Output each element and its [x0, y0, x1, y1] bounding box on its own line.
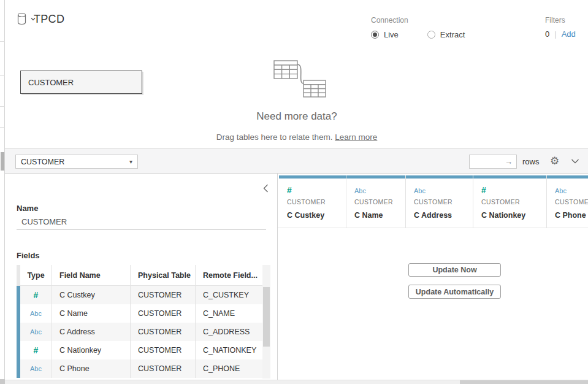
- extract-radio-label[interactable]: Extract: [440, 30, 465, 39]
- field-row-c-custkey[interactable]: #C CustkeyCUSTOMERC_CUSTKEY: [17, 286, 262, 304]
- grid-column-c-custkey[interactable]: #CUSTOMERC Custkey: [279, 175, 346, 228]
- lower-section: Name CUSTOMER Fields TypeField NamePhysi…: [6, 174, 588, 380]
- grid-column-c-name[interactable]: AbcCUSTOMERC Name: [346, 175, 406, 228]
- fields-table-header-row: TypeField NamePhysical TableRemote Field…: [17, 265, 262, 286]
- string-type-icon: Abc: [30, 328, 42, 336]
- string-type-icon: Abc: [30, 310, 42, 317]
- fields-table-scrollbar[interactable]: [262, 265, 270, 378]
- field-name-cell: C Custkey: [52, 286, 131, 304]
- horizontal-scrollbar-thumb[interactable]: [460, 380, 588, 384]
- tableau-datasource-page: TPCD Connection Live Extract Filters 0 |…: [0, 0, 588, 384]
- physical-table-cell: CUSTOMER: [131, 323, 196, 341]
- fields-column-header[interactable]: Type: [17, 265, 52, 286]
- update-automatically-button[interactable]: Update Automatically: [408, 285, 501, 299]
- field-type-cell[interactable]: #: [17, 341, 52, 359]
- field-name-cell: C Phone: [52, 359, 131, 378]
- grid-column-c-address[interactable]: AbcCUSTOMERC Address: [406, 175, 473, 228]
- update-now-button[interactable]: Update Now: [408, 263, 501, 277]
- database-icon: [17, 12, 28, 26]
- datagrid-toolbar: CUSTOMER ▾ → rows ⚙: [0, 148, 588, 174]
- datasource-header: TPCD Connection Live Extract Filters 0 |…: [6, 0, 588, 54]
- physical-table-cell: CUSTOMER: [131, 341, 196, 359]
- drag-tables-hint: Drag tables here to relate them. Learn m…: [6, 132, 588, 142]
- field-name-cell: C Nationkey: [52, 341, 131, 359]
- physical-table-cell: CUSTOMER: [131, 359, 196, 378]
- field-type-cell[interactable]: #: [17, 286, 52, 304]
- gear-icon[interactable]: ⚙: [550, 155, 559, 168]
- arrow-right-icon: →: [505, 157, 513, 166]
- string-type-icon: Abc: [30, 365, 42, 372]
- rows-count-input[interactable]: →: [469, 155, 517, 169]
- collapsed-left-pane[interactable]: [0, 0, 5, 384]
- field-name-cell: C Name: [52, 304, 131, 323]
- column-table-name: CUSTOMER: [481, 198, 520, 205]
- filters-separator: |: [554, 29, 556, 39]
- column-accent-bar: [406, 175, 473, 179]
- remote-field-cell: C_NAME: [196, 304, 262, 323]
- input-underline: [17, 229, 266, 230]
- column-accent-bar: [346, 175, 405, 179]
- field-row-c-address[interactable]: AbcC AddressCUSTOMERC_ADDRESS: [17, 323, 262, 341]
- physical-table-cell: CUSTOMER: [131, 286, 196, 304]
- table-name-input[interactable]: CUSTOMER: [21, 217, 67, 226]
- table-details-panel: Name CUSTOMER Fields TypeField NamePhysi…: [6, 174, 277, 380]
- number-type-icon: #: [34, 290, 39, 300]
- column-table-name: CUSTOMER: [555, 198, 588, 205]
- column-field-name: C Nationkey: [481, 211, 525, 220]
- extract-radio[interactable]: [427, 31, 435, 39]
- remote-field-cell: C_CUSTKEY: [196, 286, 262, 304]
- field-name-cell: C Address: [52, 323, 131, 341]
- fields-column-header[interactable]: Field Name: [52, 265, 131, 286]
- collapse-grid-chevron-icon[interactable]: [571, 159, 579, 164]
- fields-label: Fields: [17, 251, 40, 260]
- filters-add-link[interactable]: Add: [562, 29, 576, 39]
- fields-scrollbar-thumb[interactable]: [263, 287, 270, 347]
- customer-table-node[interactable]: CUSTOMER: [20, 71, 142, 94]
- gutter-scroll-thumb[interactable]: [1, 152, 4, 171]
- grid-header-border: [278, 228, 588, 228]
- column-accent-bar: [547, 175, 588, 179]
- column-field-name: C Phone: [555, 211, 586, 220]
- fields-column-header[interactable]: Physical Table: [131, 265, 196, 286]
- gutter-divider: [0, 106, 5, 107]
- datasource-menu-button[interactable]: [17, 12, 36, 26]
- fields-table: TypeField NamePhysical TableRemote Field…: [17, 265, 262, 378]
- dropdown-caret-icon: ▾: [129, 158, 132, 165]
- column-field-name: C Name: [354, 211, 383, 220]
- field-row-c-nationkey[interactable]: #C NationkeyCUSTOMERC_NATIONKEY: [17, 341, 262, 359]
- field-type-cell[interactable]: Abc: [17, 323, 52, 341]
- relationship-canvas[interactable]: CUSTOMER Need more data? Drag tables: [6, 54, 588, 148]
- filters-count: 0: [545, 29, 549, 39]
- field-type-cell[interactable]: Abc: [17, 304, 52, 323]
- gutter-divider: [0, 75, 5, 76]
- physical-table-cell: CUSTOMER: [131, 304, 196, 323]
- number-type-icon: #: [481, 185, 486, 195]
- remote-field-cell: C_PHONE: [196, 359, 262, 378]
- number-type-icon: #: [34, 345, 39, 355]
- name-label: Name: [17, 204, 38, 213]
- scrollbar-corner: [0, 379, 5, 384]
- fields-column-header[interactable]: Remote Field...: [196, 265, 262, 286]
- tables-relation-illustration: [267, 58, 328, 101]
- field-type-cell[interactable]: Abc: [17, 359, 52, 378]
- data-preview-grid: #CUSTOMERC CustkeyAbcCUSTOMERC NameAbcCU…: [278, 174, 588, 380]
- live-radio[interactable]: [371, 31, 379, 39]
- string-type-icon: Abc: [555, 187, 567, 194]
- field-row-c-phone[interactable]: AbcC PhoneCUSTOMERC_PHONE: [17, 359, 262, 378]
- table-selector-dropdown[interactable]: CUSTOMER ▾: [15, 155, 138, 169]
- connection-label: Connection: [371, 16, 465, 25]
- filters-section: Filters 0 | Add: [545, 16, 576, 39]
- field-row-c-name[interactable]: AbcC NameCUSTOMERC_NAME: [17, 304, 262, 323]
- horizontal-scrollbar[interactable]: [5, 380, 588, 384]
- live-radio-label[interactable]: Live: [384, 30, 399, 39]
- learn-more-link[interactable]: Learn more: [335, 132, 377, 142]
- filters-label: Filters: [545, 16, 576, 25]
- grid-column-c-phone[interactable]: AbcCUSTOMERC Phone: [547, 175, 588, 228]
- column-table-name: CUSTOMER: [354, 198, 393, 205]
- datasource-title[interactable]: TPCD: [34, 13, 64, 26]
- collapse-panel-chevron-icon[interactable]: [263, 184, 269, 193]
- column-table-name: CUSTOMER: [287, 198, 326, 205]
- grid-column-c-nationkey[interactable]: #CUSTOMERC Nationkey: [473, 175, 547, 228]
- connection-section: Connection Live Extract: [371, 16, 465, 39]
- column-field-name: C Address: [414, 211, 452, 220]
